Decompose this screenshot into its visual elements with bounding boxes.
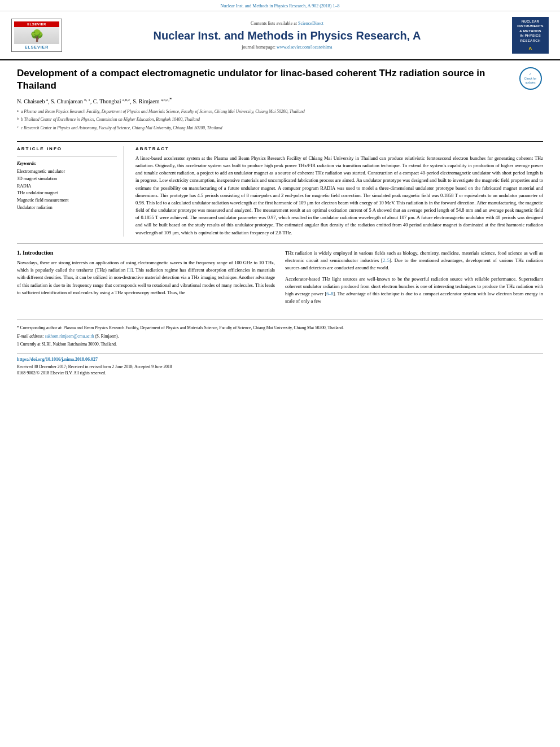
journal-badge: NUCLEAR INSTRUMENTS & METHODS IN PHYSICS… [512,17,549,54]
logo-name-text: ELSEVIER [14,45,59,49]
homepage-url[interactable]: www.elsevier.com/locate/nima [277,45,333,50]
main-right-col: THz radiation is widely employed in vari… [285,250,543,309]
keywords-list: Electromagnetic undulator 3D magnet simu… [17,168,117,212]
article-title-section: Development of a compact electromagnetic… [17,67,543,137]
affiliation-c: c c Research Center in Physics and Astro… [17,125,512,132]
keyword-5: Magnetic field measurement [17,197,117,204]
check-badge-circle: ✓Check for updates [519,67,542,90]
authors-line: N. Chaisueb a, S. Chunjarean b, 1, C. Th… [17,97,512,104]
ref-6-8[interactable]: 6–8 [326,291,333,296]
article-title-text: Development of a compact electromagnetic… [17,67,512,137]
keyword-6: Undulator radiation [17,204,117,212]
abstract-divider [17,243,543,244]
ref-1[interactable]: 1 [129,268,131,273]
keyword-3: RADIA [17,183,117,190]
article-info-label: ARTICLE INFO [17,146,117,151]
keyword-2: 3D magnet simulation [17,176,117,183]
intro-paragraph-1: Nowadays, there are strong interests on … [17,259,275,296]
article-info-divider [17,156,117,156]
footnote-area: * Corresponding author at: Plasma and Be… [17,320,543,347]
elsevier-logo: ELSEVIER 🌳 ELSEVIER [11,19,62,52]
intro-section-title: 1. Introduction [17,250,275,256]
keywords-label: Keywords: [17,161,117,166]
journal-title-center: Contents lists available at ScienceDirec… [68,21,506,50]
main-content: 1. Introduction Nowadays, there are stro… [17,250,543,309]
journal-name: Nuclear Inst. and Methods in Physics Res… [68,29,506,42]
affiliations: a a Plasma and Beam Physics Research Fac… [17,108,512,132]
journal-citation: Nuclear Inst. and Methods in Physics Res… [220,3,339,8]
top-bar: Nuclear Inst. and Methods in Physics Res… [0,0,560,11]
corresponding-author-footnote: * Corresponding author at: Plasma and Be… [17,325,543,331]
journal-homepage: journal homepage: www.elsevier.com/locat… [68,45,506,50]
journal-header: ELSEVIER 🌳 ELSEVIER Contents lists avail… [0,11,560,60]
main-left-col: 1. Introduction Nowadays, there are stro… [17,250,275,309]
abstract-text: A linac-based accelerator system at the … [135,155,543,237]
article-body: Development of a compact electromagnetic… [0,60,560,381]
email-link[interactable]: sakhorn.rimjaem@cmu.ac.th [45,334,94,339]
intro-paragraph-right-2: Accelerator-based THz light sources are … [285,276,543,305]
sciencedirect-link[interactable]: ScienceDirect [298,21,323,26]
logo-top-text: ELSEVIER [14,21,59,27]
footnote-1: 1 Currently at SLRI, Nakhon Ratchasima 3… [17,341,543,347]
abstract-col: ABSTRACT A linac-based accelerator syste… [135,146,543,237]
check-updates-badge: ✓Check for updates [518,67,543,90]
contents-available-line: Contents lists available at ScienceDirec… [68,21,506,26]
keyword-1: Electromagnetic undulator [17,168,117,176]
intro-paragraph-right-1: THz radiation is widely employed in vari… [285,250,543,272]
title-divider [17,141,543,142]
logo-tree-icon: 🌳 [14,27,59,44]
article-info-col: ARTICLE INFO Keywords: Electromagnetic u… [17,146,124,237]
doi-section: https://doi.org/10.1016/j.nima.2018.06.0… [17,353,543,375]
article-title: Development of a compact electromagnetic… [17,67,512,92]
affiliation-a: a a Plasma and Beam Physics Research Fac… [17,108,512,116]
keyword-4: THz undulator magnet [17,190,117,197]
affiliation-b: b b Thailand Center of Excellence in Phy… [17,116,512,124]
ref-2-5[interactable]: 2–5 [383,258,390,263]
copyright-line: 0168-9002/© 2018 Elsevier B.V. All right… [17,370,543,375]
doi-link[interactable]: https://doi.org/10.1016/j.nima.2018.06.0… [17,357,543,362]
email-footnote: E-mail address: sakhorn.rimjaem@cmu.ac.t… [17,333,543,339]
abstract-label: ABSTRACT [135,146,543,151]
received-line: Received 30 December 2017; Received in r… [17,364,543,369]
article-info-abstract: ARTICLE INFO Keywords: Electromagnetic u… [17,146,543,237]
